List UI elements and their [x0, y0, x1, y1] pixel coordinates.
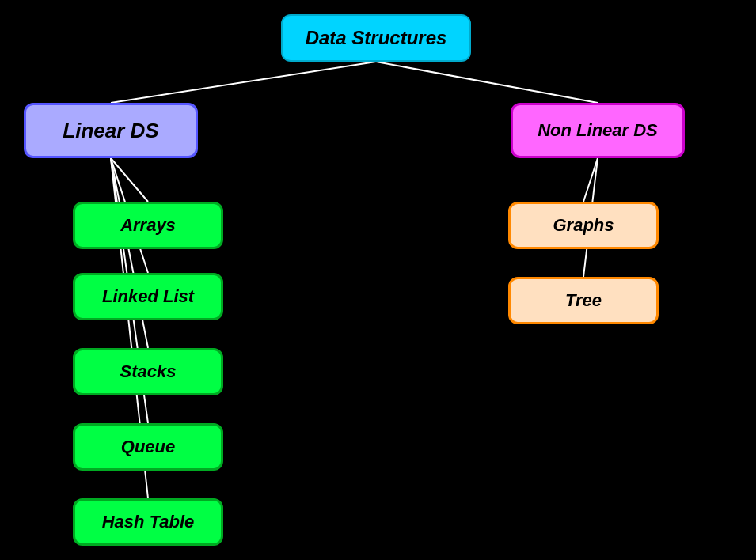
graphs-node: Graphs: [508, 202, 659, 249]
svg-line-7: [583, 158, 598, 202]
svg-line-1: [376, 62, 598, 103]
arrays-label: Arrays: [120, 215, 176, 236]
hash-table-label: Hash Table: [102, 512, 195, 532]
root-label: Data Structures: [306, 27, 447, 49]
linked-list-node: Linked List: [73, 273, 223, 320]
tree-label: Tree: [565, 290, 602, 311]
diagram: Data Structures Linear DS Non Linear DS …: [0, 0, 756, 560]
nonlinear-ds-node: Non Linear DS: [511, 103, 685, 158]
linear-ds-node: Linear DS: [24, 103, 198, 158]
svg-line-2: [111, 158, 148, 202]
stacks-label: Stacks: [120, 361, 177, 382]
queue-label: Queue: [121, 437, 175, 457]
svg-line-0: [111, 62, 376, 103]
linear-label: Linear DS: [63, 119, 158, 143]
nonlinear-label: Non Linear DS: [538, 120, 658, 141]
stacks-node: Stacks: [73, 348, 223, 395]
linked-list-label: Linked List: [102, 286, 194, 307]
root-node: Data Structures: [281, 14, 471, 62]
hash-table-node: Hash Table: [73, 498, 223, 546]
queue-node: Queue: [73, 423, 223, 471]
arrays-node: Arrays: [73, 202, 223, 249]
graphs-label: Graphs: [553, 215, 614, 236]
tree-node: Tree: [508, 277, 659, 324]
